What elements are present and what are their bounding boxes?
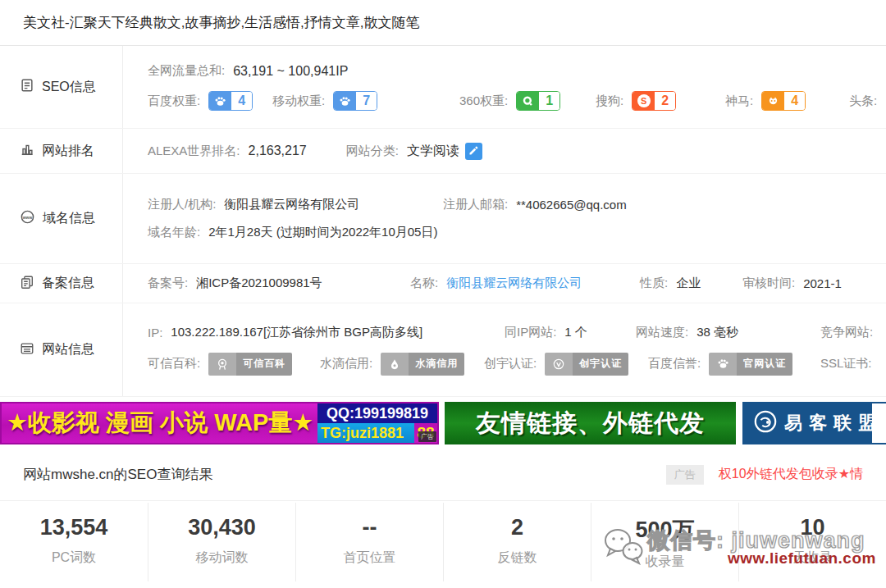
registrant-value: 衡阳县耀云网络有限公司 [224,197,359,212]
cert-chuangyu-badge[interactable]: 创宇认证 [545,353,628,376]
links-ad-banner[interactable]: 友情链接、外链代发 [445,402,736,444]
alexa-value: 2,163,217 [249,144,307,158]
toutiao-weight: 头条: [849,93,885,109]
speed-label: 网站速度: [636,325,688,340]
yike-white-box [872,403,886,443]
cert-shuidi-badge[interactable]: 水滴信用 [381,353,464,376]
info-panel: SEO信息 全网流量总和: 63,191 ~ 100,941IP 百度权重: 4 [0,46,886,397]
stat-home-position[interactable]: -- 首页位置 [295,503,443,581]
wap-ad-text: ★收影视 漫画 小说 WAP量★ [7,407,313,440]
section-label-site: 网站信息 [0,303,123,396]
sogou-weight-label: 搜狗: [596,93,623,109]
competitor-label: 竞争网站: [820,325,873,340]
stat-indexed[interactable]: 500万 收录量 [591,503,738,581]
so360-weight-badge[interactable]: 1 [516,91,560,111]
domain-age-label: 域名年龄: [148,225,200,240]
stat-value: 2 [444,515,591,540]
section-label-seo: SEO信息 [0,46,123,128]
cert-ssl-label: SSL证书: [820,356,872,371]
svg-text:www: www [22,216,33,220]
shenma-weight-label: 神马: [725,93,753,109]
cert-baidu-xinyu-label: 百度信誉: [648,356,701,371]
seo-query-page: 美文社-汇聚天下经典散文,故事摘抄,生活感悟,抒情文章,散文随笔 SEO信息 全… [0,0,886,588]
ring-360-icon [517,92,539,110]
section-label-rank: 网站排名 [0,129,123,173]
shenma-owl-icon [762,92,784,110]
category-label: 网站分类: [346,144,399,159]
sogou-s-icon: S [633,92,655,110]
cert-baike-text: 可信百科 [236,353,292,376]
cert-baidu-xinyu: 百度信誉: 官网认证 [648,353,820,376]
yike-ad-banner[interactable]: 易客联盟 [742,402,886,444]
icp-audit-value: 2021-1 [803,276,842,290]
category-value: 文学阅读 [407,143,459,160]
baidu-paw-icon [334,92,356,110]
ad-banners: ★收影视 漫画 小说 WAP量★ QQ:199199819 TG:juzi188… [0,402,886,444]
stat-value: 13,554 [0,515,148,540]
stat-label: 天收录 [739,549,886,567]
wap-ad-qq: QQ:199199819 [317,403,437,423]
yike-logo-icon [753,409,778,437]
medal-icon [208,353,236,376]
mobile-weight-badge[interactable]: 7 [333,91,377,111]
links-ad-text: 友情链接、外链代发 [476,407,705,440]
baidu-paw-icon [709,353,737,376]
icp-audit-label: 审核时间: [742,276,795,291]
stat-label: PC词数 [0,549,148,567]
cert-shuidi-text: 水滴信用 [409,353,464,376]
cert-shuidi: 水滴信用: 水滴信用 [320,353,484,376]
section-label-text: 网站信息 [42,341,94,358]
sogou-weight-badge[interactable]: S 2 [632,91,676,111]
cert-baidu-xinyu-text: 官网认证 [737,353,792,376]
v-shield-icon [545,353,573,376]
baidu-weight-label: 百度权重: [148,93,200,109]
promo-link[interactable]: 权10外链代发包收录★情 [719,466,863,483]
traffic-line: 全网流量总和: 63,191 ~ 100,941IP [148,63,886,79]
baidu-weight-value: 4 [231,92,252,110]
droplet-icon [381,353,409,376]
baidu-weight: 百度权重: 4 [148,91,272,111]
stat-label: 反链数 [444,549,591,567]
section-label-domain: www 域名信息 [0,174,123,263]
cert-chuangyu-label: 创宇认证: [484,356,537,371]
mobile-weight-label: 移动权重: [272,93,325,109]
stat-value: -- [296,515,443,540]
stat-label: 收录量 [591,554,738,571]
cert-shuidi-label: 水滴信用: [320,356,372,371]
icp-nature-value: 企业 [676,276,701,291]
page-title: 美文社-汇聚天下经典散文,故事摘抄,生活感悟,抒情文章,散文随笔 [23,13,420,32]
wap-ad-banner[interactable]: ★收影视 漫画 小说 WAP量★ QQ:199199819 TG:juzi188… [0,402,439,444]
cert-baidu-xinyu-badge[interactable]: 官网认证 [709,353,792,376]
speed-value: 38 毫秒 [696,325,738,340]
site-info-row: 网站信息 IP: 103.222.189.167[江苏省徐州市 BGP高防多线]… [0,303,886,397]
so360-weight-label: 360权重: [459,93,508,109]
domain-row: www 域名信息 注册人/机构: 衡阳县耀云网络有限公司 注册人邮箱: **40… [0,174,886,264]
edit-category-icon[interactable] [465,143,482,160]
cert-baike: 可信百科: 可信百科 [148,353,320,376]
www-globe-icon: www [20,209,35,228]
email-label: 注册人邮箱: [443,197,508,212]
section-label-icp: 备案信息 [0,264,123,303]
icp-name-link[interactable]: 衡阳县耀云网络有限公司 [446,276,582,291]
traffic-label: 全网流量总和: [148,63,225,79]
stat-value: 500万 [591,515,738,545]
stat-daily-indexed[interactable]: 10 天收录 [738,503,886,581]
domain-age-value: 2年1月28天 (过期时间为2022年10月05日) [208,225,437,240]
stat-backlinks[interactable]: 2 反链数 [443,503,591,581]
shenma-weight-badge[interactable]: 4 [761,91,806,111]
cert-ssl: SSL证书: [820,356,880,371]
stat-pc-words[interactable]: 13,554 PC词数 [0,503,148,581]
bar-chart-icon [20,142,34,160]
stat-mobile-words[interactable]: 30,430 移动词数 [148,503,295,581]
section-label-text: 网站排名 [42,143,94,160]
icp-number-value: 湘ICP备2021009981号 [196,276,322,291]
so360-weight-value: 1 [539,92,559,110]
mobile-weight-value: 7 [356,92,377,110]
baidu-weight-badge[interactable]: 4 [208,91,253,111]
cert-baike-label: 可信百科: [148,356,200,371]
baidu-paw-icon [209,92,231,110]
mobile-weight: 移动权重: 7 [272,91,459,111]
stat-value: 30,430 [148,515,295,540]
same-ip-label: 同IP网站: [505,325,556,340]
cert-baike-badge[interactable]: 可信百科 [208,353,292,376]
